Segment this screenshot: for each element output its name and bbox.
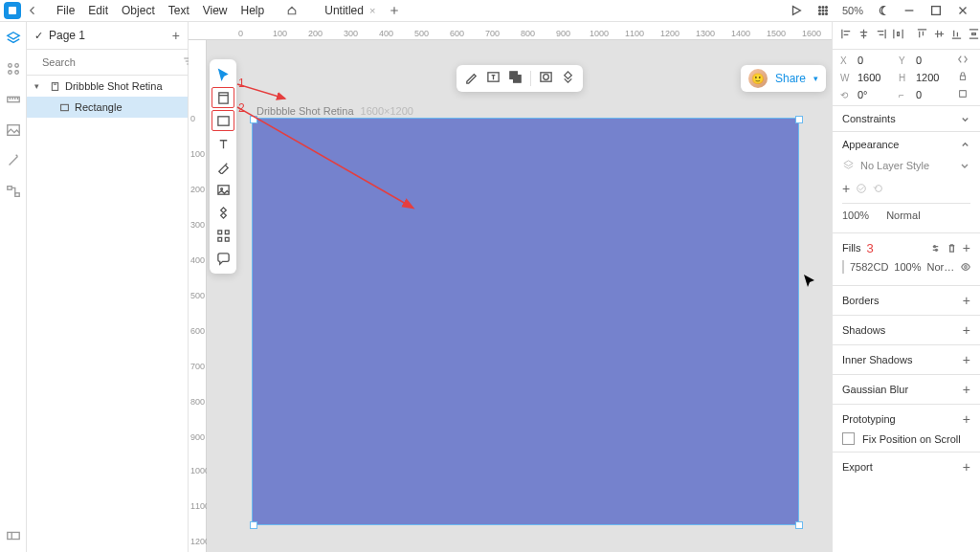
section-export[interactable]: Export+: [833, 453, 980, 481]
add-style-icon[interactable]: +: [842, 181, 850, 196]
section-inner-shadows[interactable]: Inner Shadows+: [833, 345, 980, 375]
h-input[interactable]: 1200: [916, 72, 951, 83]
add-interaction-icon[interactable]: +: [963, 411, 970, 427]
detach-icon[interactable]: [856, 183, 867, 194]
distribute-h-icon[interactable]: [892, 28, 904, 43]
menu-view[interactable]: View: [196, 1, 234, 20]
selected-rectangle[interactable]: [253, 119, 798, 524]
add-border-icon[interactable]: +: [963, 293, 970, 308]
avatar[interactable]: 🙂: [748, 69, 768, 88]
image-icon[interactable]: [5, 121, 22, 139]
make-component-icon[interactable]: [561, 70, 575, 87]
section-shadows[interactable]: Shadows+: [833, 316, 980, 345]
pen-tool[interactable]: [210, 155, 236, 178]
text-tool[interactable]: [210, 132, 236, 155]
comment-tool[interactable]: [210, 247, 236, 270]
fill-blend[interactable]: Nor…: [927, 261, 955, 273]
share-button[interactable]: Share: [775, 72, 806, 85]
artboard-tool[interactable]: [210, 86, 236, 109]
fill-swatch[interactable]: [842, 260, 844, 274]
ruler-icon[interactable]: [5, 91, 22, 108]
blend-mode[interactable]: Normal: [886, 210, 920, 221]
trash-icon[interactable]: [947, 243, 957, 254]
add-tab-icon[interactable]: [385, 1, 404, 20]
visibility-icon[interactable]: [960, 261, 971, 273]
section-blur[interactable]: Gaussian Blur+: [833, 375, 980, 405]
mask-icon[interactable]: [539, 70, 553, 87]
edit-icon[interactable]: [464, 70, 479, 87]
wand-icon[interactable]: [5, 152, 22, 169]
align-left-icon[interactable]: [840, 28, 853, 43]
chevron-down-icon[interactable]: [959, 160, 970, 171]
layer-rectangle[interactable]: Rectangle: [27, 97, 188, 118]
viewport[interactable]: 1 2 🙂 Share ▾: [207, 40, 832, 552]
sel-handle-sw[interactable]: [250, 521, 257, 529]
toggle-panel-icon[interactable]: [5, 527, 22, 544]
fill-hex[interactable]: 7582CD: [850, 261, 888, 273]
close-window-icon[interactable]: [955, 3, 970, 18]
grid-icon[interactable]: [815, 3, 831, 18]
fill-opacity[interactable]: 100%: [894, 261, 921, 273]
sel-handle-nw[interactable]: [250, 116, 257, 123]
close-icon[interactable]: ×: [369, 5, 375, 16]
corner-icon[interactable]: [957, 88, 972, 101]
menu-file[interactable]: File: [50, 1, 81, 20]
align-right-icon[interactable]: [875, 28, 887, 43]
image-tool[interactable]: [210, 178, 236, 201]
zoom-level[interactable]: 50%: [842, 5, 863, 16]
distribute-v-icon[interactable]: [968, 28, 980, 43]
layer-artboard[interactable]: ▾ Dribbble Shot Retina: [27, 76, 188, 97]
radius-input[interactable]: 0: [916, 89, 951, 100]
menu-text[interactable]: Text: [162, 1, 196, 20]
lock-ratio-icon[interactable]: [957, 71, 972, 84]
minimize-icon[interactable]: [902, 3, 917, 18]
layout-tool[interactable]: [210, 224, 236, 247]
sel-handle-ne[interactable]: [795, 116, 803, 123]
layer-style-label[interactable]: No Layer Style: [860, 160, 929, 171]
app-logo[interactable]: [4, 2, 21, 19]
x-input[interactable]: 0: [858, 55, 893, 66]
fix-position-checkbox[interactable]: Fix Position on Scroll: [842, 427, 970, 445]
chevron-up-icon[interactable]: [960, 140, 970, 150]
search-input[interactable]: [40, 55, 176, 69]
share-dropdown-icon[interactable]: ▾: [813, 74, 818, 83]
align-top-icon[interactable]: [916, 28, 928, 43]
add-export-icon[interactable]: +: [963, 459, 970, 475]
section-constraints[interactable]: Constraints: [833, 106, 980, 132]
section-borders[interactable]: Borders+: [833, 286, 980, 316]
y-input[interactable]: 0: [916, 55, 951, 66]
play-icon[interactable]: [789, 3, 804, 18]
document-tab[interactable]: Untitled ×: [321, 1, 379, 20]
reset-icon[interactable]: [873, 183, 884, 194]
w-input[interactable]: 1600: [858, 72, 893, 83]
back-icon[interactable]: [23, 1, 42, 20]
flow-icon[interactable]: [5, 183, 22, 200]
add-fill-icon[interactable]: +: [963, 240, 970, 255]
dark-mode-icon[interactable]: [875, 3, 890, 18]
menu-help[interactable]: Help: [234, 1, 272, 20]
align-bottom-icon[interactable]: [950, 28, 963, 43]
settings-icon[interactable]: [930, 243, 941, 254]
home-icon[interactable]: [282, 1, 301, 20]
maximize-icon[interactable]: [928, 3, 944, 18]
rectangle-tool[interactable]: [210, 109, 236, 132]
sel-handle-se[interactable]: [795, 521, 803, 529]
align-hcenter-icon[interactable]: [858, 28, 870, 43]
menu-edit[interactable]: Edit: [81, 1, 115, 20]
page-selector[interactable]: ✓ Page 1 +: [27, 22, 188, 50]
boolean-icon[interactable]: [508, 70, 523, 87]
add-blur-icon[interactable]: +: [963, 382, 970, 397]
add-inner-shadow-icon[interactable]: +: [963, 352, 970, 367]
layers-icon[interactable]: [5, 30, 22, 47]
rotation-input[interactable]: 0°: [858, 89, 893, 100]
align-vcenter-icon[interactable]: [933, 28, 946, 43]
text-edit-icon[interactable]: [486, 70, 501, 87]
add-page-icon[interactable]: +: [172, 28, 180, 43]
styles-icon[interactable]: [5, 60, 22, 77]
flip-h-icon[interactable]: [957, 54, 972, 67]
artboard-label[interactable]: Dribbble Shot Retina 1600×1200: [256, 105, 413, 117]
menu-object[interactable]: Object: [115, 1, 162, 20]
chevron-down-icon[interactable]: ▾: [34, 81, 44, 91]
opacity-value[interactable]: 100%: [842, 210, 869, 221]
select-tool[interactable]: [210, 63, 236, 86]
